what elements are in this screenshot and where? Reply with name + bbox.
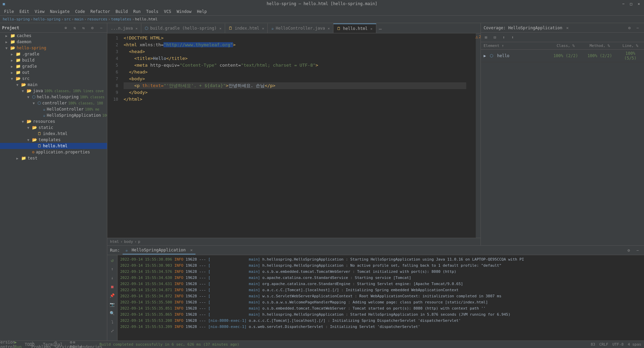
tab-build-gradle[interactable]: ⬡ build.gradle (hello-spring) ✕ bbox=[141, 23, 225, 33]
coverage-settings-button[interactable]: ⚙ bbox=[626, 24, 633, 32]
sidebar-item-resources[interactable]: ▼ 📂 resources bbox=[0, 118, 107, 125]
scroll-down-button[interactable]: ↓ bbox=[109, 274, 116, 282]
menu-vcs[interactable]: VCS bbox=[161, 9, 174, 15]
tab-hello-controller[interactable]: ☕ HelloController.java ✕ bbox=[268, 23, 333, 33]
tab-close-hello-controller[interactable]: ✕ bbox=[328, 27, 330, 30]
sidebar-item-static[interactable]: ▼ 📂 static bbox=[0, 125, 107, 131]
run-close-button[interactable]: − bbox=[634, 247, 641, 254]
tree-arrow-controller: ▼ bbox=[33, 101, 37, 105]
sidebar-item-gradle-hidden[interactable]: ▶ 📁 .gradle bbox=[0, 51, 107, 57]
menu-tools[interactable]: Tools bbox=[143, 9, 161, 15]
scroll-up-button[interactable]: ↑ bbox=[109, 265, 116, 273]
sidebar-item-hello-spring[interactable]: ▼ 📂 hello-spring bbox=[0, 45, 107, 51]
sidebar-item-hello-html[interactable]: 🗒 hello.html bbox=[0, 143, 107, 149]
menu-run[interactable]: Run bbox=[130, 9, 143, 15]
expand-button[interactable]: ⤢ bbox=[109, 327, 116, 335]
breadcrumb-item-project[interactable]: hello-spring bbox=[3, 17, 30, 21]
menu-window[interactable]: Window bbox=[174, 9, 194, 15]
sidebar-item-java[interactable]: ▼ 📂 java 100% classes, 100% lines cove bbox=[0, 88, 107, 94]
code-editor[interactable]: <!DOCTYPE HTML> <html xmlns:th="http://w… bbox=[121, 33, 469, 238]
sidebar-item-out[interactable]: ▶ 📁 out bbox=[0, 69, 107, 76]
minimize-button[interactable]: − bbox=[621, 2, 626, 6]
menu-help[interactable]: Help bbox=[194, 9, 209, 15]
sidebar-item-hellospring-pkg[interactable]: ▼ ⬡ hello.hellospring 100% classes bbox=[0, 94, 107, 100]
menu-refactor[interactable]: Refactor bbox=[88, 9, 113, 15]
run-button-status[interactable]: ▶ Run bbox=[14, 341, 22, 348]
sidebar-item-hellocontroller[interactable]: ☕ HelloController 100% me bbox=[0, 106, 107, 112]
coverage-expand-button[interactable]: ⊞ bbox=[482, 34, 490, 41]
run-toolbar: ↺ ↑ ↓ ■ 📌 📷 🔍 ⤵ ⤢ bbox=[107, 255, 117, 341]
sidebar-header: Project ⊕ ⇅ ⇆ ⚙ − bbox=[0, 23, 107, 33]
coverage-row-hello[interactable]: ▶ ⬡ hello 100% (2/2) 100% (2/2) 100% (5/… bbox=[481, 50, 644, 62]
tab-index-html[interactable]: 🗒 index.html ✕ bbox=[225, 23, 268, 33]
tab-main-java[interactable]: ...n.java ✕ bbox=[107, 23, 141, 33]
tab-label-build-gradle: build.gradle (hello-spring) bbox=[150, 26, 217, 31]
sidebar-expand-button[interactable]: ⇅ bbox=[71, 24, 78, 32]
stop-button[interactable]: ■ bbox=[109, 283, 116, 291]
editor-scrollbar[interactable]: ⚠ 2 bbox=[476, 33, 481, 238]
coverage-close-button[interactable]: − bbox=[634, 24, 641, 32]
tab-close-index-html[interactable]: ✕ bbox=[262, 27, 264, 30]
sidebar-item-main[interactable]: ▼ 📂 main bbox=[0, 82, 107, 88]
run-log[interactable]: 2022-09-14 15:55:30.896 INFO 19628 --- [… bbox=[117, 255, 644, 341]
camera-button[interactable]: 📷 bbox=[109, 301, 116, 308]
sidebar-minus-button[interactable]: − bbox=[97, 24, 105, 32]
coverage-collapse-button[interactable]: ⊟ bbox=[491, 34, 499, 41]
close-button[interactable]: ✕ bbox=[636, 2, 641, 6]
sidebar-item-controller[interactable]: ▼ ⬡ controller 100% classes, 100 bbox=[0, 100, 107, 106]
tab-close-hello-html[interactable]: ✕ bbox=[370, 27, 372, 31]
filter-button[interactable]: 🔍 bbox=[109, 310, 116, 317]
sidebar-item-daemon[interactable]: ▶ 📁 daemon bbox=[0, 39, 107, 45]
breadcrumb-item-src[interactable]: src bbox=[64, 17, 71, 21]
sidebar-item-caches[interactable]: ▶ 📁 caches bbox=[0, 33, 107, 39]
menu-code[interactable]: Code bbox=[73, 9, 88, 15]
sidebar-item-test[interactable]: ▶ 📁 test bbox=[0, 155, 107, 161]
folder-icon: 📁 bbox=[16, 58, 21, 63]
rerun-button[interactable]: ↺ bbox=[109, 256, 116, 264]
version-control-button[interactable]: Version Control bbox=[3, 341, 10, 348]
coverage-import-button[interactable]: ⬇ bbox=[509, 34, 516, 41]
services-button[interactable]: ◎ Services bbox=[61, 341, 68, 348]
coverage-toolbar: ⊞ ⊟ ⬆ ⬇ bbox=[481, 33, 644, 42]
breadcrumb-item-templates[interactable]: templates bbox=[111, 17, 131, 21]
sidebar-collapse-button[interactable]: ⇆ bbox=[80, 24, 87, 32]
coverage-java: 100% classes, 100% lines cove bbox=[44, 89, 104, 93]
cov-label-hello: hello bbox=[497, 53, 509, 58]
folder-open-icon: 📂 bbox=[27, 88, 32, 93]
breadcrumb-item-resources[interactable]: resources bbox=[87, 17, 108, 21]
code-line-9: </body> bbox=[124, 89, 466, 96]
sidebar-add-button[interactable]: ⊕ bbox=[62, 24, 69, 32]
tab-hello-html[interactable]: 🗒 hello.html ✕ bbox=[333, 23, 376, 33]
run-tab-close[interactable]: ✕ bbox=[190, 248, 193, 252]
coverage-close[interactable]: ✕ bbox=[566, 26, 568, 30]
menu-view[interactable]: View bbox=[32, 9, 47, 15]
pin-button[interactable]: 📌 bbox=[109, 292, 116, 299]
breadcrumb-item-main[interactable]: main bbox=[75, 17, 84, 21]
package-icon: ⬡ bbox=[37, 101, 41, 105]
sidebar-item-build[interactable]: ▶ 📁 build bbox=[0, 57, 107, 63]
sidebar-settings-button[interactable]: ⚙ bbox=[89, 24, 96, 32]
wrap-button[interactable]: ⤵ bbox=[109, 318, 116, 326]
menu-file[interactable]: File bbox=[1, 9, 17, 15]
run-settings-button[interactable]: ⚙ bbox=[625, 247, 632, 254]
sidebar-item-app-props[interactable]: ⚙ application.properties bbox=[0, 149, 107, 155]
sidebar-item-templates[interactable]: ▼ 📂 templates bbox=[0, 137, 107, 143]
breadcrumb-item-module[interactable]: hello-spring bbox=[33, 17, 60, 21]
sidebar-item-src[interactable]: ▼ 📂 src bbox=[0, 76, 107, 82]
tab-more-button[interactable]: ⋯ bbox=[376, 25, 384, 33]
sidebar-item-hellospringapp[interactable]: ☕ HelloSpringApplication 100% bbox=[0, 112, 107, 118]
breadcrumb-item-file[interactable]: hello.html bbox=[135, 17, 157, 21]
menu-build[interactable]: Build bbox=[113, 9, 130, 15]
editor-content[interactable]: 1 2 3 4 5 6 7 8 9 10 <!DOCTYPE HTML> <ht… bbox=[107, 33, 481, 238]
maximize-button[interactable]: □ bbox=[629, 2, 634, 6]
coverage-export-button[interactable]: ⬆ bbox=[500, 34, 507, 41]
sidebar-label-daemon: daemon bbox=[17, 39, 31, 44]
dependencies-button[interactable]: ≡ Dependencies bbox=[84, 341, 91, 348]
tab-close-main-java[interactable]: ✕ bbox=[136, 27, 138, 30]
sidebar-item-gradle[interactable]: ▶ 📁 gradle bbox=[0, 63, 107, 69]
run-tab-hellospringapp[interactable]: ☕ HelloSpringApplication ✕ bbox=[123, 246, 195, 254]
tab-close-build-gradle[interactable]: ✕ bbox=[219, 27, 221, 30]
menu-edit[interactable]: Edit bbox=[17, 9, 32, 15]
menu-navigate[interactable]: Navigate bbox=[47, 9, 73, 15]
sidebar-item-index-html[interactable]: 🗒 index.html bbox=[0, 131, 107, 137]
